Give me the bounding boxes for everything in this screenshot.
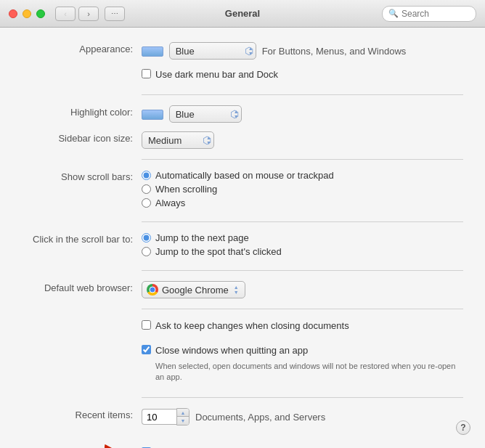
highlight-color-label: Highlight color:	[15, 105, 142, 118]
sidebar-icon-control: Small Medium Large ▲▼	[142, 131, 463, 149]
appearance-select-wrapper[interactable]: Blue Graphite ▲▼	[142, 42, 256, 60]
click-scroll-control: Jump to the next page Jump to the spot t…	[142, 232, 463, 260]
divider-4	[142, 270, 463, 271]
scroll-scrolling-radio[interactable]: When scrolling	[142, 184, 463, 195]
stepper-up[interactable]: ▲	[177, 409, 189, 417]
titlebar: ‹ › ⋯ General 🔍	[0, 0, 485, 28]
scroll-bars-row: Show scroll bars: Automatically based on…	[15, 170, 463, 211]
recent-items-control: ▲ ▼ Documents, Apps, and Servers	[142, 408, 463, 425]
sidebar-icon-row: Sidebar icon size: Small Medium Large ▲▼	[15, 131, 463, 149]
recent-items-row: Recent items: ▲ ▼ Documents, Apps, and S…	[15, 408, 463, 425]
default-browser-row: Default web browser: Google Chrome ▲▼	[15, 281, 463, 298]
close-windows-label: Close windows when quitting an app	[155, 344, 308, 357]
scroll-bars-control: Automatically based on mouse or trackpad…	[142, 170, 463, 211]
dark-menu-input[interactable]	[142, 69, 151, 78]
click-scroll-row: Click in the scroll bar to: Jump to the …	[15, 232, 463, 260]
minimize-button[interactable]	[23, 9, 31, 18]
divider-6	[142, 397, 463, 398]
highlight-color-row: Highlight color: Blue ▲▼	[15, 105, 463, 123]
handoff-row: Allow Handoff between this Mac and your …	[15, 434, 463, 448]
scroll-always-input[interactable]	[142, 198, 151, 208]
click-next-page-label: Jump to the next page	[155, 232, 249, 243]
window-title: General	[225, 8, 260, 19]
scroll-always-radio[interactable]: Always	[142, 197, 463, 208]
browser-select-button[interactable]: Google Chrome ▲▼	[142, 281, 245, 298]
stepper-down[interactable]: ▼	[177, 417, 189, 425]
scroll-auto-label: Automatically based on mouse or trackpad	[155, 170, 334, 181]
nav-buttons: ‹ ›	[55, 7, 99, 21]
divider-2	[142, 159, 463, 160]
red-arrow	[0, 440, 133, 448]
highlight-select[interactable]: Blue	[169, 105, 242, 123]
back-button[interactable]: ‹	[55, 7, 76, 21]
chrome-icon	[147, 284, 158, 296]
dark-menu-checkbox[interactable]: Use dark menu bar and Dock	[142, 68, 463, 81]
divider-5	[142, 309, 463, 309]
close-windows-input[interactable]	[142, 345, 151, 354]
sidebar-icon-select-wrapper[interactable]: Small Medium Large ▲▼	[142, 131, 214, 149]
ask-changes-input[interactable]	[142, 320, 151, 330]
close-button[interactable]	[9, 9, 17, 18]
scroll-scrolling-label: When scrolling	[155, 184, 217, 195]
stepper-buttons: ▲ ▼	[176, 408, 189, 425]
ask-changes-label: Ask to keep changes when closing documen…	[155, 319, 349, 333]
search-box[interactable]: 🔍	[382, 6, 476, 22]
help-button[interactable]: ?	[456, 420, 470, 435]
blue-swatch	[142, 46, 163, 57]
appearance-row: Appearance: Blue Graphite ▲▼ For Buttons…	[15, 42, 463, 60]
click-spot-label: Jump to the spot that's clicked	[155, 246, 282, 257]
default-browser-label: Default web browser:	[15, 281, 142, 293]
dark-menu-label: Use dark menu bar and Dock	[155, 68, 278, 81]
forward-button[interactable]: ›	[78, 7, 99, 21]
browser-name: Google Chrome	[162, 285, 229, 296]
recent-items-note: Documents, Apps, and Servers	[195, 412, 325, 423]
scroll-scrolling-input[interactable]	[142, 184, 151, 194]
highlight-color-control: Blue ▲▼	[142, 105, 463, 123]
appearance-label: Appearance:	[15, 42, 142, 54]
sidebar-icon-select[interactable]: Small Medium Large	[142, 131, 214, 149]
default-browser-control: Google Chrome ▲▼	[142, 281, 463, 298]
appearance-note: For Buttons, Menus, and Windows	[262, 46, 407, 57]
traffic-lights	[9, 9, 45, 18]
search-input[interactable]	[402, 9, 470, 19]
recent-items-label: Recent items:	[15, 408, 142, 420]
close-windows-row: Close windows when quitting an app When …	[15, 344, 463, 387]
grid-button[interactable]: ⋯	[105, 7, 125, 21]
appearance-select[interactable]: Blue Graphite	[169, 42, 256, 60]
sidebar-icon-label: Sidebar icon size:	[15, 131, 142, 144]
divider-1	[142, 94, 463, 95]
click-spot-radio[interactable]: Jump to the spot that's clicked	[142, 246, 463, 257]
click-spot-input[interactable]	[142, 247, 151, 256]
browser-arrows: ▲▼	[234, 285, 239, 295]
recent-items-input[interactable]	[142, 409, 176, 425]
highlight-select-wrapper[interactable]: Blue ▲▼	[142, 105, 242, 123]
click-next-page-radio[interactable]: Jump to the next page	[142, 232, 463, 243]
search-icon: 🔍	[388, 9, 399, 18]
close-windows-checkbox[interactable]: Close windows when quitting an app	[142, 344, 463, 357]
ask-changes-checkbox[interactable]: Ask to keep changes when closing documen…	[142, 319, 463, 333]
settings-content: Appearance: Blue Graphite ▲▼ For Buttons…	[0, 28, 485, 448]
maximize-button[interactable]	[36, 9, 45, 18]
scroll-auto-radio[interactable]: Automatically based on mouse or trackpad	[142, 170, 463, 181]
highlight-swatch	[142, 110, 163, 120]
scroll-always-label: Always	[155, 197, 185, 208]
click-scroll-label: Click in the scroll bar to:	[15, 232, 142, 245]
appearance-control: Blue Graphite ▲▼ For Buttons, Menus, and…	[142, 42, 463, 60]
click-next-page-input[interactable]	[142, 233, 151, 243]
recent-items-stepper[interactable]: ▲ ▼	[142, 408, 189, 425]
scroll-auto-input[interactable]	[142, 171, 151, 180]
dark-menu-row: Use dark menu bar and Dock	[15, 68, 463, 84]
ask-changes-row: Ask to keep changes when closing documen…	[15, 319, 463, 335]
close-windows-sublabel: When selected, open documents and window…	[155, 361, 463, 383]
scroll-bars-label: Show scroll bars:	[15, 170, 142, 182]
divider-3	[142, 221, 463, 222]
